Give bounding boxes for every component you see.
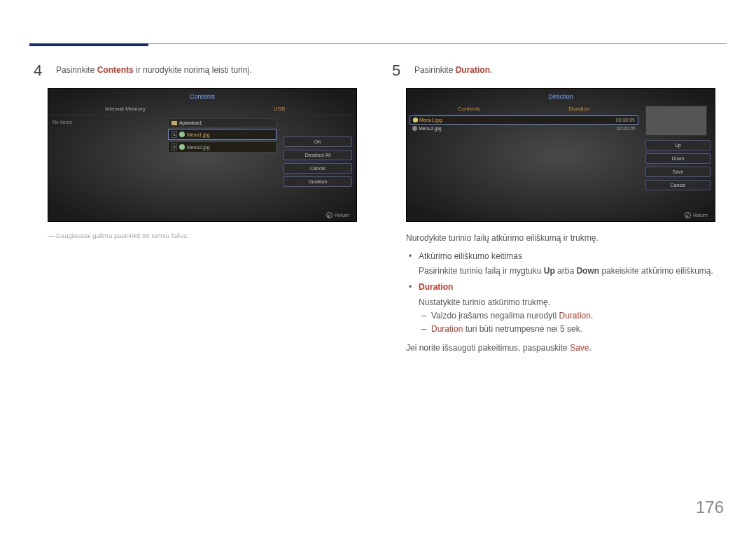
step-4-column: 4 Pasirinkite Contents ir nurodykite nor… bbox=[34, 63, 364, 360]
bullet-icon bbox=[412, 126, 417, 131]
step-5-column: 5 Pasirinkite Duration. Direction Conten… bbox=[392, 63, 722, 360]
down-bold: Down bbox=[576, 266, 599, 276]
save-a: Jei norite išsaugoti pakeitimus, paspaus… bbox=[406, 343, 570, 353]
bullet-reorder: Atkūrimo eiliškumo keitimas Pasirinkite … bbox=[406, 250, 722, 278]
save-b: Save bbox=[570, 343, 589, 353]
file-1-label: Menu1.jpg bbox=[187, 132, 210, 137]
page-top-rule-accent bbox=[29, 43, 148, 46]
contents-button-panel: OK Deselect All Cancel Duration bbox=[279, 115, 356, 199]
row-file-2[interactable]: Menu2.jpg 00:00:05 bbox=[410, 125, 638, 132]
folder-item[interactable]: Aplankas1 bbox=[168, 118, 276, 127]
tab-duration[interactable]: Duration bbox=[524, 103, 635, 115]
step-4-text: Pasirinkite Contents ir nurodykite norim… bbox=[56, 63, 251, 75]
file-item-2[interactable]: 2 Menu2.jpg bbox=[168, 141, 276, 153]
file-2-index: 2 bbox=[172, 143, 177, 150]
step-5-highlight: Duration bbox=[456, 65, 490, 75]
duration-button[interactable]: Duration bbox=[284, 176, 352, 187]
folder-label: Aplankas1 bbox=[179, 120, 202, 125]
page-number: 176 bbox=[696, 498, 724, 517]
dash-note-1: Vaizdo įrašams negalima nurodyti Duratio… bbox=[419, 309, 722, 323]
return-hint-2: Return bbox=[685, 212, 708, 218]
file-2-label: Menu2.jpg bbox=[187, 145, 210, 150]
step-5-prefix: Pasirinkite bbox=[414, 65, 456, 75]
contents-title: Contents bbox=[48, 89, 356, 103]
down-button[interactable]: Down bbox=[645, 153, 710, 164]
step-5-intro: Nurodykite turinio failų atkūrimo eilišk… bbox=[406, 232, 722, 244]
up-bold: Up bbox=[544, 266, 555, 276]
bullet-duration-title: Duration bbox=[419, 282, 453, 292]
return-icon bbox=[685, 212, 691, 218]
row-2-duration: 00:00:05 bbox=[617, 126, 636, 131]
direction-button-panel: Up Down Save Cancel bbox=[641, 103, 715, 208]
row-1-duration: 00:00:05 bbox=[616, 118, 635, 122]
direction-title: Direction bbox=[407, 89, 715, 103]
dash1-b: Duration bbox=[559, 311, 591, 321]
reorder-b: pakeiskite atkūrimo eiliškumą. bbox=[599, 266, 713, 276]
no-items-label: No Items bbox=[52, 120, 72, 125]
reorder-mid: arba bbox=[555, 266, 577, 276]
file-1-index: 1 bbox=[172, 131, 177, 138]
step-4-note-text: Daugiausiai galima pasirinkti 99 turinio… bbox=[56, 232, 189, 239]
row-1-filename: Menu1.jpg bbox=[419, 118, 615, 122]
bullet-reorder-title: Atkūrimo eiliškumo keitimas bbox=[419, 251, 522, 261]
ok-button[interactable]: OK bbox=[284, 136, 352, 147]
folder-icon bbox=[172, 121, 177, 125]
row-file-1[interactable]: Menu1.jpg 00:00:05 bbox=[410, 115, 638, 125]
dash-note-2: Duration turi būti netrumpesnė nei 5 sek… bbox=[419, 323, 722, 336]
check-icon bbox=[179, 132, 185, 137]
contents-screenshot: Contents Internal Memory USB No Items Ap… bbox=[48, 88, 357, 222]
cancel-button[interactable]: Cancel bbox=[284, 163, 352, 174]
dash2-a: Duration bbox=[431, 324, 463, 334]
step-4-highlight: Contents bbox=[97, 65, 134, 75]
save-c: . bbox=[589, 343, 591, 353]
step-4-suffix: ir nurodykite norimą leisti turinį. bbox=[134, 65, 252, 75]
return-label: Return bbox=[335, 213, 349, 218]
return-icon bbox=[326, 212, 332, 218]
step-4-prefix: Pasirinkite bbox=[56, 65, 97, 75]
row-2-filename: Menu2.jpg bbox=[419, 126, 615, 131]
tab-contents[interactable]: Contents bbox=[414, 103, 524, 115]
deselect-all-button[interactable]: Deselect All bbox=[284, 150, 352, 160]
return-hint: Return bbox=[326, 212, 349, 218]
step-5-number: 5 bbox=[392, 63, 406, 78]
up-button[interactable]: Up bbox=[645, 140, 710, 150]
step-5-text: Pasirinkite Duration. bbox=[414, 63, 492, 75]
bullet-reorder-desc: Pasirinkite turinio failą ir mygtuku Up … bbox=[419, 265, 722, 278]
tab-internal-memory[interactable]: Internal Memory bbox=[48, 103, 202, 115]
save-note: Jei norite išsaugoti pakeitimus, paspaus… bbox=[406, 342, 722, 354]
dash1-a: Vaizdo įrašams negalima nurodyti bbox=[431, 311, 559, 321]
file-item-1[interactable]: 1 Menu1.jpg bbox=[168, 129, 276, 140]
check-icon bbox=[179, 144, 185, 150]
dash1-c: . bbox=[591, 311, 593, 321]
reorder-a: Pasirinkite turinio failą ir mygtuku bbox=[419, 266, 544, 276]
bullet-duration-desc: Nustatykite turinio atkūrimo trukmę. bbox=[419, 296, 722, 309]
step-4-note: ―Daugiausiai galima pasirinkti 99 turini… bbox=[48, 232, 364, 239]
step-4-number: 4 bbox=[34, 63, 48, 78]
tab-usb[interactable]: USB bbox=[202, 103, 356, 115]
step-5-suffix: . bbox=[490, 65, 492, 75]
bullet-icon bbox=[413, 118, 418, 122]
bullet-duration: Duration Nustatykite turinio atkūrimo tr… bbox=[406, 281, 722, 336]
save-button[interactable]: Save bbox=[645, 167, 710, 177]
cancel-button-2[interactable]: Cancel bbox=[645, 180, 710, 190]
preview-thumbnail bbox=[645, 106, 707, 136]
internal-memory-panel: No Items bbox=[48, 115, 165, 199]
direction-screenshot: Direction Contents Duration Menu1.jpg 00… bbox=[406, 88, 715, 222]
dash2-b: turi būti netrumpesnė nei 5 sek. bbox=[463, 324, 582, 334]
return-label-2: Return bbox=[693, 213, 708, 218]
